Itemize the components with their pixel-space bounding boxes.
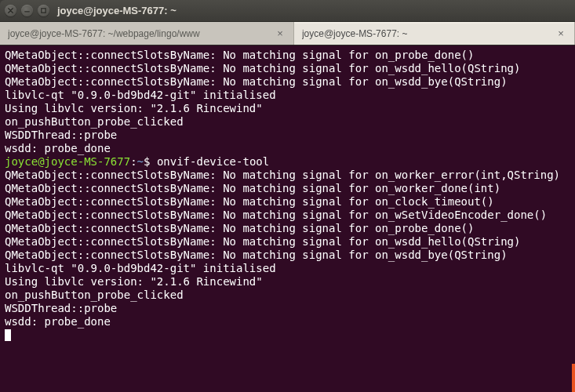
terminal-cursor-line: [5, 328, 570, 342]
tab-2[interactable]: joyce@joyce-MS-7677: ~ ×: [294, 22, 575, 45]
close-tab-icon[interactable]: ×: [275, 28, 286, 39]
terminal-line: QMetaObject::connectSlotsByName: No matc…: [5, 195, 570, 209]
terminal-line: QMetaObject::connectSlotsByName: No matc…: [5, 182, 570, 195]
close-icon: [7, 7, 14, 14]
cursor: [5, 329, 11, 341]
minimize-window-button[interactable]: [21, 5, 33, 16]
titlebar: joyce@joyce-MS-7677: ~: [0, 0, 575, 22]
window-controls: [5, 5, 49, 16]
terminal-line: joyce@joyce-MS-7677:~$ onvif-device-tool: [5, 155, 570, 169]
window-resize-edge[interactable]: [572, 44, 575, 392]
close-window-button[interactable]: [5, 5, 16, 16]
terminal-line: Using libvlc version: "2.1.6 Rincewind": [5, 102, 570, 115]
prompt-path: ~: [137, 155, 144, 168]
terminal-line: on_pushButton_probe_clicked: [5, 289, 570, 302]
terminal-line: libvlc-qt "0.9.0-bd9bd42-git" initialise…: [5, 262, 570, 275]
close-tab-icon[interactable]: ×: [555, 28, 566, 39]
tab-bar: joyce@joyce-MS-7677: ~/webpage/lingo/www…: [0, 22, 575, 45]
window-title: joyce@joyce-MS-7677: ~: [57, 5, 177, 16]
svg-rect-0: [42, 9, 45, 13]
maximize-icon: [40, 7, 47, 14]
terminal-line: wsdd: probe_done: [5, 315, 570, 328]
terminal-line: on_pushButton_probe_clicked: [5, 115, 570, 129]
prompt-separator: :: [130, 155, 136, 168]
terminal-line: QMetaObject::connectSlotsByName: No matc…: [5, 62, 570, 75]
maximize-window-button[interactable]: [38, 5, 49, 16]
command-text: onvif-device-tool: [157, 155, 269, 168]
terminal-window: joyce@joyce-MS-7677: ~ joyce@joyce-MS-76…: [0, 0, 575, 392]
tab-label: joyce@joyce-MS-7677: ~: [302, 28, 549, 39]
terminal-line: QMetaObject::connectSlotsByName: No matc…: [5, 249, 570, 262]
terminal-line: WSDDThread::probe: [5, 302, 570, 315]
terminal-output[interactable]: QMetaObject::connectSlotsByName: No matc…: [0, 45, 575, 392]
terminal-line: QMetaObject::connectSlotsByName: No matc…: [5, 209, 570, 222]
terminal-line: QMetaObject::connectSlotsByName: No matc…: [5, 235, 570, 249]
terminal-line: Using libvlc version: "2.1.6 Rincewind": [5, 275, 570, 289]
terminal-line: WSDDThread::probe: [5, 129, 570, 142]
terminal-line: QMetaObject::connectSlotsByName: No matc…: [5, 222, 570, 235]
terminal-line: QMetaObject::connectSlotsByName: No matc…: [5, 49, 570, 62]
terminal-line: QMetaObject::connectSlotsByName: No matc…: [5, 169, 570, 182]
terminal-line: libvlc-qt "0.9.0-bd9bd42-git" initialise…: [5, 89, 570, 102]
terminal-line: QMetaObject::connectSlotsByName: No matc…: [5, 75, 570, 89]
minimize-icon: [24, 7, 31, 14]
prompt-symbol: $: [144, 155, 157, 168]
prompt-user-host: joyce@joyce-MS-7677: [5, 155, 130, 168]
tab-label: joyce@joyce-MS-7677: ~/webpage/lingo/www: [8, 28, 268, 39]
tab-1[interactable]: joyce@joyce-MS-7677: ~/webpage/lingo/www…: [0, 22, 294, 45]
terminal-line: wsdd: probe_done: [5, 142, 570, 155]
